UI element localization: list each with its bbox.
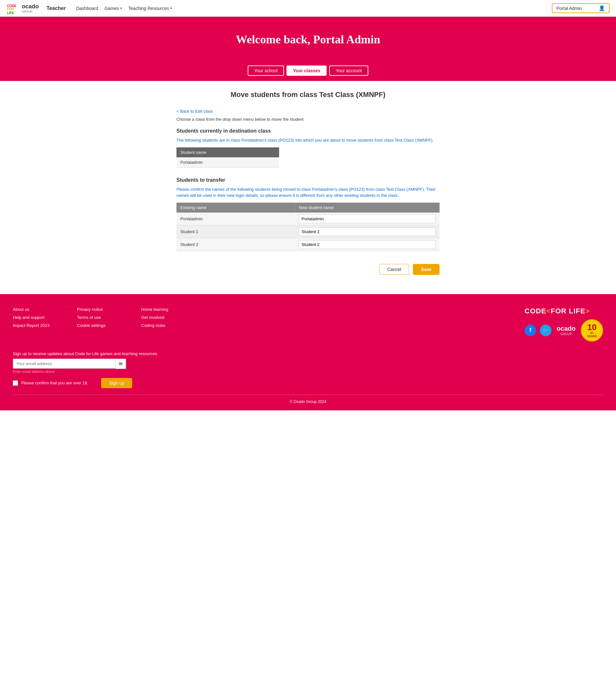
email-input[interactable] xyxy=(13,359,116,369)
footer-help[interactable]: Help and support xyxy=(13,315,58,320)
new-student-name-input[interactable] xyxy=(299,227,436,236)
action-buttons: Cancel Save xyxy=(176,261,440,275)
games-dropdown-icon: ▾ xyxy=(120,6,122,10)
transfer-new-name-cell xyxy=(295,225,440,238)
table-row: Portaladmin xyxy=(176,212,440,225)
ocado-footer-logo: ocado GROUP xyxy=(556,325,575,336)
tab-your-classes[interactable]: Your classes xyxy=(286,66,327,76)
logo-area: CODE FOR LIFE ocado GROUP xyxy=(6,2,39,15)
facebook-icon[interactable]: f xyxy=(525,325,536,336)
footer-home-learning[interactable]: Home learning xyxy=(141,307,186,312)
table-row: Student 2 xyxy=(176,238,440,251)
dest-section-title: Students currently in destination class xyxy=(176,128,440,134)
footer: About us Help and support Impact Report … xyxy=(0,294,616,410)
back-link[interactable]: < Back to Edit class xyxy=(176,109,213,114)
nav-games[interactable]: Games ▾ xyxy=(104,6,122,11)
transfer-col-existing: Existing name xyxy=(176,203,295,212)
page-title: Move students from class Test Class (XMN… xyxy=(176,91,440,99)
dest-info-text: The following students are in class Port… xyxy=(176,137,440,143)
teaching-resources-dropdown-icon: ▾ xyxy=(170,6,172,10)
transfer-new-name-cell xyxy=(295,238,440,251)
anniversary-badge: 10 th YEARS xyxy=(581,319,603,342)
dest-student-name: Portaladmin xyxy=(176,157,279,167)
main-content: Move students from class Test Class (XMN… xyxy=(170,81,446,294)
nav-dashboard[interactable]: Dashboard xyxy=(76,6,98,11)
footer-signup-section: Sign up to receive updates about Code fo… xyxy=(13,351,603,388)
new-student-name-input[interactable] xyxy=(299,240,436,249)
footer-impact[interactable]: Impact Report 2023 xyxy=(13,323,58,328)
choose-text: Choose a class from the drop down menu b… xyxy=(176,117,440,122)
footer-cfl-logo: CODE<FOR LIFE> xyxy=(525,307,590,315)
signup-button[interactable]: Sign up xyxy=(101,378,132,388)
tab-your-school[interactable]: Your school xyxy=(248,66,284,76)
nav-teaching-resources[interactable]: Teaching Resources ▾ xyxy=(128,6,172,11)
user-name-label: Portal Admin xyxy=(556,6,582,11)
footer-col-1: About us Help and support Impact Report … xyxy=(13,307,58,342)
email-submit-icon[interactable]: ✉ xyxy=(116,359,126,369)
footer-brand-area: CODE<FOR LIFE> f 🐦 ocado GROUP 10 th YEA… xyxy=(525,307,603,342)
footer-about[interactable]: About us xyxy=(13,307,58,312)
footer-copyright: © Ocado Group 2024 xyxy=(13,395,603,404)
cfl-logo-icon: CODE FOR LIFE xyxy=(6,2,19,15)
transfer-existing-name: Student 1 xyxy=(176,225,295,238)
footer-terms[interactable]: Terms of use xyxy=(77,315,122,320)
email-hint: Enter email address above xyxy=(13,369,603,373)
twitter-icon[interactable]: 🐦 xyxy=(540,325,551,336)
dest-col-header: Student name xyxy=(176,147,279,157)
age-confirm-label: Please confirm that you are over 18. xyxy=(21,381,88,385)
age-confirm-row: Please confirm that you are over 18. xyxy=(13,381,88,386)
footer-get-involved[interactable]: Get involved xyxy=(141,315,186,320)
footer-col-2: Privacy notice Terms of use Cookie setti… xyxy=(77,307,122,342)
user-menu-box[interactable]: Portal Admin 👤 xyxy=(552,3,610,13)
transfer-new-name-cell xyxy=(295,212,440,225)
footer-cookies[interactable]: Cookie settings xyxy=(77,323,122,328)
destination-students-table: Student name Portaladmin xyxy=(176,147,279,167)
transfer-section-title: Students to transfer xyxy=(176,177,440,183)
transfer-students-table: Existing name New student name Portaladm… xyxy=(176,203,440,251)
signup-text: Sign up to receive updates about Code fo… xyxy=(13,351,603,356)
transfer-existing-name: Student 2 xyxy=(176,238,295,251)
footer-privacy[interactable]: Privacy notice xyxy=(77,307,122,312)
footer-coding-clubs[interactable]: Coding clubs xyxy=(141,323,186,328)
nav-role-label: Teacher xyxy=(47,5,66,11)
svg-text:FOR: FOR xyxy=(7,7,14,11)
transfer-info-text: Please confirm the names of the followin… xyxy=(176,186,440,199)
social-icons: f 🐦 xyxy=(525,325,551,336)
table-row: Student 1 xyxy=(176,225,440,238)
ocado-group-logo: ocado GROUP xyxy=(22,3,39,13)
email-signup-row: ✉ xyxy=(13,359,603,369)
transfer-col-new: New student name xyxy=(295,203,440,212)
welcome-heading: Welcome back, Portal Admin xyxy=(6,33,610,46)
user-avatar-icon: 👤 xyxy=(599,5,605,11)
table-row: Portaladmin xyxy=(176,157,279,167)
footer-links-area: About us Help and support Impact Report … xyxy=(13,307,603,342)
tab-bar: Your school Your classes Your account xyxy=(0,62,616,81)
save-button[interactable]: Save xyxy=(413,264,440,275)
transfer-existing-name: Portaladmin xyxy=(176,212,295,225)
tab-your-account[interactable]: Your account xyxy=(329,66,368,76)
svg-text:LIFE: LIFE xyxy=(7,11,14,15)
nav-links: Dashboard Games ▾ Teaching Resources ▾ xyxy=(76,6,172,11)
cancel-button[interactable]: Cancel xyxy=(379,264,409,275)
navbar: CODE FOR LIFE ocado GROUP Teacher Dashbo… xyxy=(0,0,616,17)
hero-banner: Welcome back, Portal Admin xyxy=(0,17,616,62)
footer-col-3: Home learning Get involved Coding clubs xyxy=(141,307,186,342)
age-checkbox[interactable] xyxy=(13,381,18,386)
new-student-name-input[interactable] xyxy=(299,214,436,223)
